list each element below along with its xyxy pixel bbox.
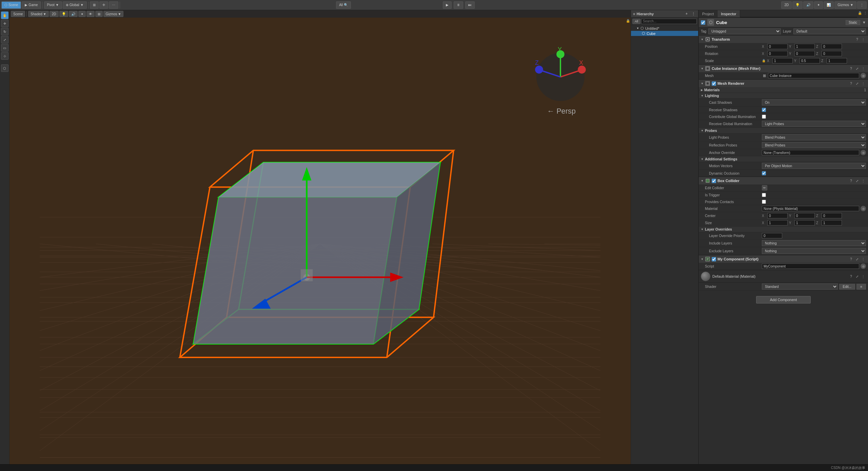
mesh-filter-help-btn[interactable]: ? — [848, 66, 854, 71]
rot-x[interactable] — [767, 51, 788, 56]
receive-gi-select[interactable]: Light Probes Lightmaps — [762, 121, 866, 127]
transform-tool[interactable]: ⊹ — [1, 52, 8, 60]
play-button[interactable]: ▶ — [443, 1, 452, 9]
global-button[interactable]: ⊕ Global ▼ — [63, 1, 87, 9]
shading-btn[interactable]: Shaded ▼ — [28, 11, 48, 17]
light-probes-select[interactable]: Blend Probes Off Use Proxy Volume Custom… — [762, 134, 866, 140]
collider-material-input[interactable] — [762, 206, 859, 211]
light-button[interactable]: 💡 — [792, 1, 803, 9]
size-y[interactable] — [794, 220, 815, 225]
my-component-checkbox[interactable] — [712, 257, 716, 261]
pos-z[interactable] — [822, 44, 842, 49]
scale-y[interactable] — [800, 58, 820, 63]
anchor-target-btn[interactable]: ◎ — [861, 150, 866, 155]
rotate-tool[interactable]: ↻ — [1, 28, 8, 35]
pos-y[interactable] — [794, 44, 815, 49]
mesh-filter-more-btn[interactable]: ⋮ — [861, 66, 866, 71]
my-component-expand-btn[interactable]: ⤢ — [854, 256, 860, 262]
transform-header[interactable]: ▼ Transform ? ⋮ — [699, 36, 868, 43]
vp-light-btn[interactable]: 💡 — [59, 11, 68, 17]
mesh-renderer-header[interactable]: ▼ Mesh Renderer ? ⤢ ⋮ — [699, 80, 868, 87]
shader-select[interactable]: Standard — [762, 283, 838, 290]
script-input[interactable] — [762, 263, 859, 269]
mesh-target-btn[interactable]: ◎ — [861, 73, 866, 78]
mesh-renderer-expand-btn[interactable]: ⤢ — [854, 81, 860, 86]
box-collider-help-btn[interactable]: ? — [848, 178, 854, 183]
layer-priority-input[interactable] — [762, 233, 782, 238]
box-collider-more-btn[interactable]: ⋮ — [861, 178, 866, 183]
collider-material-target-btn[interactable]: ◎ — [861, 206, 866, 211]
scale-z[interactable] — [827, 58, 847, 63]
move-tool[interactable]: ✛ — [1, 20, 8, 27]
tool-move[interactable]: ✛ — [99, 1, 108, 9]
material-expand-btn[interactable]: ⤢ — [854, 274, 860, 279]
2d-toggle[interactable]: 2D — [50, 11, 59, 17]
mesh-input[interactable] — [768, 73, 859, 78]
motion-vectors-select[interactable]: Per Object Motion Camera Motion Only For… — [762, 163, 866, 169]
mesh-renderer-help-btn[interactable]: ? — [848, 81, 854, 86]
project-tab[interactable]: Project — [699, 10, 717, 17]
scale-tool[interactable]: ⤢ — [1, 36, 8, 43]
material-more-btn[interactable]: ⋮ — [861, 274, 866, 279]
include-layers-select[interactable]: Nothing Everything — [762, 240, 866, 246]
center-x[interactable] — [767, 213, 788, 218]
hierarchy-search[interactable] — [641, 19, 697, 24]
rot-y[interactable] — [794, 51, 815, 56]
material-help-btn[interactable]: ? — [848, 274, 854, 279]
lighting-section[interactable]: ▼ Lighting — [699, 93, 868, 99]
vp-grid-btn[interactable]: ⊞ — [95, 11, 103, 17]
script-target-btn[interactable]: ◎ — [861, 263, 866, 269]
gizmos-button[interactable]: Gizmos ▼ — [834, 1, 856, 9]
tag-select[interactable]: Untagged — [708, 28, 781, 34]
lock-icon[interactable]: 🔒 — [762, 59, 766, 62]
more-button[interactable]: ⋮ — [857, 1, 867, 9]
hierarchy-all-btn[interactable]: All — [632, 19, 640, 24]
receive-shadows-checkbox[interactable] — [762, 108, 766, 112]
my-component-header[interactable]: ▼ My Component (Script) ? ⤢ ⋮ — [699, 255, 868, 263]
object-enabled-checkbox[interactable] — [701, 20, 705, 25]
is-trigger-checkbox[interactable] — [762, 193, 766, 197]
cast-shadows-select[interactable]: On Off Two Sided Shadows Only — [762, 99, 866, 105]
scene-viewport[interactable]: Scene Shaded ▼ 2D 💡 🔊 ✦ 👁 ⊞ Gizmos ▼ — [9, 10, 631, 464]
game-tab[interactable]: ▶ Game — [22, 1, 41, 9]
stats-button[interactable]: 📊 — [824, 1, 834, 9]
size-z[interactable] — [822, 220, 842, 225]
shader-more-btn[interactable]: ≡ — [856, 284, 866, 290]
vp-hidden-btn[interactable]: 👁 — [86, 11, 95, 17]
center-y[interactable] — [794, 213, 815, 218]
scene-view-btn[interactable]: Scene — [11, 11, 25, 17]
search-all[interactable]: All 🔍 All — [336, 1, 351, 9]
size-x[interactable] — [767, 220, 788, 225]
effects-button[interactable]: ✦ — [814, 1, 823, 9]
pos-x[interactable] — [767, 44, 788, 49]
scale-x[interactable] — [772, 58, 793, 63]
provides-contacts-checkbox[interactable] — [762, 200, 766, 204]
hierarchy-add-btn[interactable]: + — [684, 11, 689, 17]
step-button[interactable]: ⏭ — [465, 1, 475, 9]
box-collider-expand-btn[interactable]: ⤢ — [854, 178, 860, 183]
transform-more-btn[interactable]: ⋮ — [861, 37, 866, 42]
mesh-renderer-more-btn[interactable]: ⋮ — [861, 81, 866, 86]
2d-button[interactable]: 2D — [781, 1, 792, 9]
inspector-more-btn[interactable]: ⋮ — [863, 10, 868, 16]
mesh-filter-header[interactable]: ▼ Cube Instance (Mesh Filter) ? ⤢ ⋮ — [699, 65, 868, 72]
contribute-gi-checkbox[interactable] — [762, 115, 766, 119]
reflection-probes-select[interactable]: Blend Probes Off Simple — [762, 142, 866, 148]
box-collider-checkbox[interactable] — [712, 179, 716, 183]
vp-audio-btn[interactable]: 🔊 — [69, 11, 78, 17]
additional-settings-section[interactable]: ▼ Additional Settings — [699, 156, 868, 162]
tool-dots[interactable]: ⋯ — [109, 1, 118, 9]
shader-edit-btn[interactable]: Edit... — [839, 284, 855, 290]
edit-tool[interactable]: ⬡ — [1, 64, 8, 72]
transform-help-btn[interactable]: ? — [854, 37, 860, 42]
pivot-button[interactable]: Pivot ▼ — [44, 1, 62, 9]
scene-item[interactable]: ▼ ⬡ Untitled* — [631, 26, 698, 31]
vp-effects-btn[interactable]: ✦ — [78, 11, 86, 17]
hand-tool[interactable]: ✋ — [1, 12, 8, 19]
pause-button[interactable]: ⏸ — [454, 1, 463, 9]
audio-button[interactable]: 🔊 — [803, 1, 813, 9]
cube-item[interactable]: ⬡ Cube — [631, 31, 698, 36]
edit-collider-btn[interactable]: ✏ — [762, 185, 767, 191]
anchor-override-input[interactable] — [762, 150, 859, 155]
inspector-lock-btn[interactable]: 🔒 — [857, 10, 863, 16]
